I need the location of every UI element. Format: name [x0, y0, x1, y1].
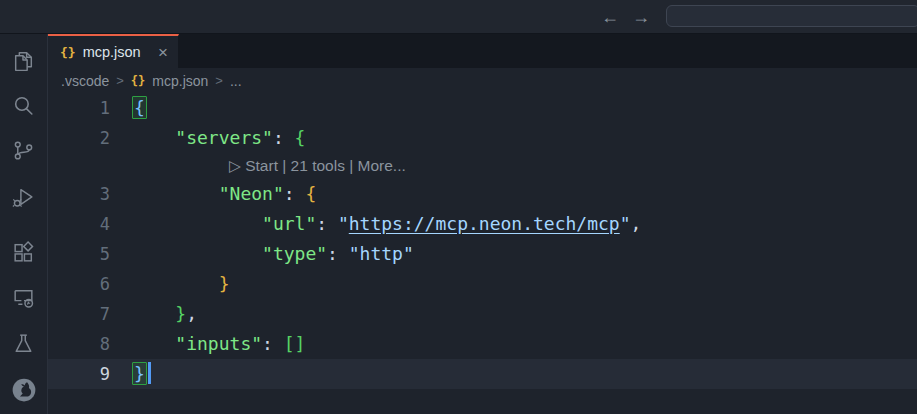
breadcrumb-separator-icon: >	[116, 73, 124, 88]
code-line[interactable]: 7 },	[48, 299, 917, 329]
testing-icon[interactable]	[0, 325, 47, 361]
workbench: {} mcp.json × .vscode>{}mcp.json>... 1{2…	[0, 34, 917, 414]
line-number[interactable]: 2	[48, 123, 110, 153]
code-token	[132, 303, 175, 324]
codelens-more-link[interactable]: More...	[358, 157, 406, 174]
coderabbit-icon[interactable]	[0, 372, 47, 408]
code-line[interactable]: 5 "type": "http"	[48, 239, 917, 269]
code-line[interactable]: 1{	[48, 93, 917, 123]
code-token: "url"	[262, 213, 316, 234]
codelens-tools-link[interactable]: 21 tools	[291, 157, 345, 174]
code-token: {	[132, 96, 147, 119]
title-bar: ← →	[0, 0, 917, 34]
editor-group: {} mcp.json × .vscode>{}mcp.json>... 1{2…	[48, 34, 917, 414]
line-number[interactable]: 4	[48, 209, 110, 239]
code-area[interactable]: 1{2 "servers": {▷ Start | 21 tools | Mor…	[48, 93, 917, 414]
forward-arrow-icon[interactable]: →	[632, 8, 650, 26]
code-line[interactable]: 8 "inputs": []	[48, 329, 917, 359]
code-token: "Neon"	[219, 183, 284, 204]
code-token: {	[295, 127, 306, 148]
codelens-separator: |	[278, 157, 291, 174]
code-token: }	[219, 273, 230, 294]
code-token: :	[284, 183, 306, 204]
run-debug-icon[interactable]	[0, 179, 47, 215]
code-token: :	[273, 127, 295, 148]
code-line[interactable]: 2 "servers": {	[48, 123, 917, 153]
tab-label: mcp.json	[83, 44, 141, 60]
code-line[interactable]: 4 "url": "https://mcp.neon.tech/mcp",	[48, 209, 917, 239]
codelens-start-link[interactable]: ▷ Start	[229, 157, 278, 174]
code-token: :	[327, 243, 349, 264]
extensions-icon[interactable]	[0, 234, 47, 270]
line-number[interactable]: 6	[48, 269, 110, 299]
breadcrumb-item[interactable]: .vscode	[61, 73, 109, 89]
codelens-row: ▷ Start | 21 tools | More...	[48, 153, 917, 179]
line-number[interactable]: 9	[48, 359, 110, 389]
breadcrumb-separator-icon: >	[215, 73, 223, 88]
code-token	[132, 127, 175, 148]
tab-bar: {} mcp.json ×	[48, 34, 917, 68]
activity-bar	[0, 34, 48, 414]
code-token: "servers"	[175, 127, 273, 148]
code-token: ,	[186, 303, 197, 324]
history-navigation: ← →	[601, 0, 650, 33]
command-center-search[interactable]	[666, 5, 917, 27]
search-icon[interactable]	[0, 87, 47, 123]
remote-explorer-icon[interactable]	[0, 279, 47, 315]
files-icon[interactable]	[0, 43, 47, 79]
code-token	[132, 243, 262, 264]
line-number[interactable]: 8	[48, 329, 110, 359]
code-token: :	[316, 213, 338, 234]
source-control-icon[interactable]	[0, 132, 47, 168]
code-token: "	[338, 213, 349, 234]
tab-mcp-json[interactable]: {} mcp.json ×	[48, 34, 179, 68]
code-token: "	[620, 213, 631, 234]
code-token	[132, 333, 175, 354]
code-line[interactable]: 9}	[48, 359, 917, 389]
code-token: :	[262, 333, 284, 354]
close-tab-icon[interactable]: ×	[158, 44, 168, 61]
url-link[interactable]: https://mcp.neon.tech/mcp	[349, 213, 620, 234]
text-cursor	[148, 362, 151, 384]
code-token	[132, 183, 219, 204]
breadcrumb-item[interactable]: mcp.json	[152, 73, 208, 89]
gutter-spacer	[48, 153, 110, 179]
breadcrumb-item[interactable]: ...	[230, 73, 242, 89]
code-line[interactable]: 3 "Neon": {	[48, 179, 917, 209]
codelens-separator: |	[345, 157, 358, 174]
breadcrumb: .vscode>{}mcp.json>...	[48, 68, 917, 93]
code-line[interactable]: 6 }	[48, 269, 917, 299]
code-token: }	[175, 303, 186, 324]
line-number[interactable]: 3	[48, 179, 110, 209]
code-token: ,	[631, 213, 642, 234]
code-token: }	[132, 362, 147, 385]
code-token: "inputs"	[175, 333, 262, 354]
json-file-icon: {}	[131, 74, 145, 88]
code-token	[132, 273, 219, 294]
code-token: "type"	[262, 243, 327, 264]
code-token: "http"	[349, 243, 414, 264]
back-arrow-icon[interactable]: ←	[601, 8, 619, 26]
line-number[interactable]: 7	[48, 299, 110, 329]
code-token: {	[305, 183, 316, 204]
line-number[interactable]: 5	[48, 239, 110, 269]
code-token: []	[284, 333, 306, 354]
line-number[interactable]: 1	[48, 93, 110, 123]
code-token	[132, 213, 262, 234]
json-file-icon: {}	[60, 45, 76, 60]
